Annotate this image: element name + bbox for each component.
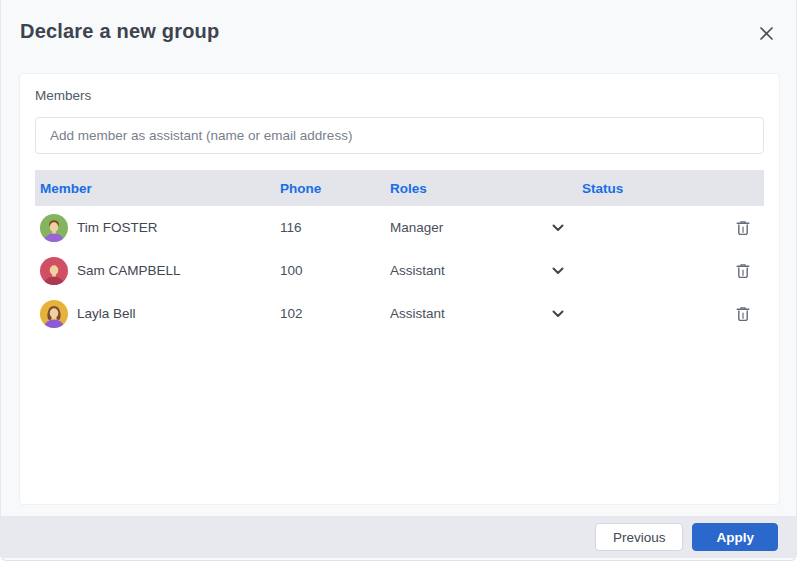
chevron-down-icon[interactable] <box>550 265 566 277</box>
member-name: Layla Bell <box>77 306 136 321</box>
table-row: Layla Bell 102 Assistant <box>35 292 764 335</box>
chevron-down-icon[interactable] <box>550 308 566 320</box>
member-table-body: Tim FOSTER 116 Manager <box>35 206 764 335</box>
apply-button[interactable]: Apply <box>692 523 778 551</box>
member-phone: 116 <box>280 220 390 235</box>
avatar <box>40 257 68 285</box>
table-row: Tim FOSTER 116 Manager <box>35 206 764 249</box>
column-header-roles[interactable]: Roles <box>390 181 572 196</box>
table-row: Sam CAMPBELL 100 Assistant <box>35 249 764 292</box>
close-icon <box>759 26 774 41</box>
actions-cell <box>719 220 764 236</box>
member-phone: 102 <box>280 306 390 321</box>
member-name: Sam CAMPBELL <box>77 263 181 278</box>
avatar <box>40 214 68 242</box>
member-role: Assistant <box>390 263 445 278</box>
actions-cell <box>719 306 764 322</box>
member-cell: Tim FOSTER <box>35 214 280 242</box>
role-select[interactable]: Manager <box>390 220 572 235</box>
members-section-label: Members <box>35 88 764 103</box>
column-header-member[interactable]: Member <box>35 181 280 196</box>
close-button[interactable] <box>757 24 775 42</box>
role-select[interactable]: Assistant <box>390 306 572 321</box>
declare-group-dialog: Declare a new group Members Member Phone… <box>0 0 797 561</box>
member-role: Assistant <box>390 306 445 321</box>
avatar <box>40 300 68 328</box>
trash-icon[interactable] <box>736 306 750 322</box>
member-phone: 100 <box>280 263 390 278</box>
actions-cell <box>719 263 764 279</box>
member-cell: Sam CAMPBELL <box>35 257 280 285</box>
member-name: Tim FOSTER <box>77 220 158 235</box>
member-role: Manager <box>390 220 443 235</box>
role-select[interactable]: Assistant <box>390 263 572 278</box>
members-table-header: Member Phone Roles Status <box>35 170 764 206</box>
page-title: Declare a new group <box>20 20 219 43</box>
previous-button[interactable]: Previous <box>595 523 684 551</box>
trash-icon[interactable] <box>736 220 750 236</box>
members-panel: Members Member Phone Roles Status <box>19 73 780 505</box>
trash-icon[interactable] <box>736 263 750 279</box>
column-header-phone[interactable]: Phone <box>280 181 390 196</box>
column-header-status[interactable]: Status <box>572 181 719 196</box>
dialog-footer: Previous Apply <box>1 516 796 558</box>
members-table: Member Phone Roles Status Tim FOS <box>35 170 764 335</box>
member-cell: Layla Bell <box>35 300 280 328</box>
add-member-input[interactable] <box>35 117 764 154</box>
chevron-down-icon[interactable] <box>550 222 566 234</box>
